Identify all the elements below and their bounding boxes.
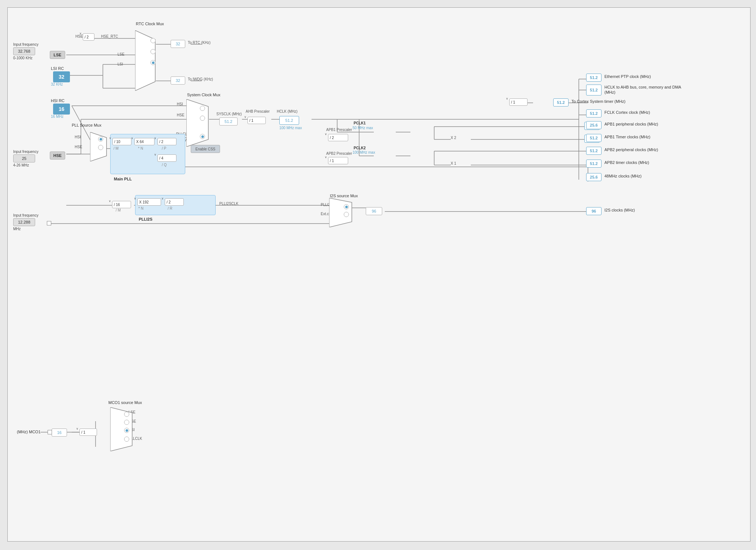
i2s-clk-box: 96	[586, 207, 602, 215]
mco1-radio-hse[interactable]	[124, 420, 129, 425]
apb2-label: APB2 Prescaler	[326, 151, 352, 156]
sysclk-val: 51.2	[219, 117, 238, 126]
main-pll-block: / 10 / 5 / 8 X 64 X 100 X 192 / 2 / 4 / …	[110, 134, 185, 174]
hclk-ahb-label: HCLK to AHB bus, core, memory and DMA (M…	[604, 85, 692, 95]
pll-src-hse-label: HSE	[75, 145, 82, 149]
pll-m-select[interactable]: / 10 / 5 / 8	[112, 138, 131, 145]
apb1-select[interactable]: / 2 / 1 / 4	[328, 134, 348, 141]
i2s-mux	[329, 198, 354, 227]
apb1-periph-box: 25.6	[586, 121, 602, 129]
i2s-radio-plli2s[interactable]	[344, 204, 349, 209]
lsi-rc-unit: 32 KHz	[51, 82, 68, 86]
plli2s-r-label: / R	[168, 206, 172, 210]
pll-src-radio-hse[interactable]	[98, 145, 103, 150]
ahb-label: AHB Prescaler	[246, 109, 270, 113]
rtc-to-iwdg-label: To IWDG (KHz)	[188, 77, 213, 81]
rtc-radio-lse[interactable]	[150, 49, 156, 54]
plli2s-m-select[interactable]: / 16 / 8	[112, 201, 131, 208]
system-mux	[186, 99, 210, 147]
fclk-label: FCLK Cortex clock (MHz)	[604, 110, 650, 115]
hse-rtc-div-select[interactable]: / 2 / 3 / 4	[83, 33, 94, 41]
eth-ptp-label: Ethernet PTP clock (MHz)	[604, 74, 651, 79]
pclk1-max: 50 MHz max	[353, 126, 373, 130]
plli2s-n-select[interactable]: X 192 X 100	[137, 198, 161, 206]
lse-source: LSE	[50, 51, 65, 59]
system-hse-label: HSE	[177, 113, 185, 117]
rtc-output-val: 32	[171, 40, 185, 48]
hse-freq-range: 4-26 MHz	[13, 163, 29, 167]
apb1-timer-x: X 2	[451, 136, 456, 140]
enable-css-btn[interactable]: Enable CSS	[191, 145, 220, 153]
clock-config-diagram: Input frequency 32.768 0-1000 KHz LSE LS…	[7, 7, 751, 542]
apb1-timer-label: APB1 Timer clocks (MHz)	[604, 135, 650, 139]
fclk-val: 51.2	[586, 109, 602, 117]
i2s-clk-label: I2S clocks (MHz)	[604, 208, 635, 212]
mco1-mux-title: MCO1 source Mux	[108, 400, 142, 405]
mco1-node	[48, 430, 52, 434]
apb2-select[interactable]: / 1 / 2 / 4	[328, 157, 348, 164]
apb1-timer-box: 51.2	[586, 134, 602, 142]
ext-freq-value[interactable]: 12.288	[13, 218, 35, 226]
rtc-radio-hse[interactable]	[150, 38, 156, 43]
ext-freq-range: MHz	[13, 227, 21, 231]
i2s-output-val: 96	[366, 207, 382, 215]
rtc-to-rtc-label: To RTC (KHz)	[188, 41, 211, 45]
hse-freq-label: Input frequency	[13, 150, 38, 154]
hse-source: HSE	[50, 151, 65, 160]
lse-input-group: Input frequency 32.768 0-1000 KHz	[13, 42, 38, 60]
lsi-mux-label: LSI	[118, 62, 123, 66]
hsi-rc-chip: 16	[53, 104, 70, 115]
cortex-timer-div-select[interactable]: / 1 / 8	[509, 98, 528, 106]
mco1-radio-lse[interactable]	[124, 412, 129, 417]
hsi-rc-unit: 16 MHz	[51, 115, 68, 119]
lsi-rc-label: LSI RC	[51, 66, 68, 71]
plli2sclk-label: PLLI2SCLK	[219, 202, 238, 206]
sys-radio-hsi[interactable]	[200, 106, 205, 111]
mco1-val: 16	[52, 429, 67, 437]
apb2-periph-box: 51.2	[586, 147, 602, 155]
cortex-timer-val: 51.2	[553, 98, 569, 106]
hclk-val: 51.2	[279, 116, 299, 125]
ahb-select[interactable]: / 1 / 2 / 4	[247, 117, 266, 124]
hsi-rc-label: HSI RC	[51, 98, 68, 103]
plli2s-m-label: / M	[116, 208, 121, 212]
i2s-radio-ext[interactable]	[344, 212, 349, 217]
lse-freq-label: Input frequency	[13, 42, 38, 46]
system-mux-title: System Clock Mux	[187, 93, 220, 97]
sysclk-label: SYSCLK (MHz)	[216, 112, 242, 116]
cortex-timer-label: To Cortex System timer (MHz)	[571, 99, 625, 104]
pll-m-label: / M	[113, 146, 119, 150]
hse-input-group: Input frequency 25 4-26 MHz	[13, 150, 38, 167]
mco1-radio-pll[interactable]	[124, 437, 129, 442]
sys-radio-pll[interactable]	[200, 134, 205, 139]
rtc-radio-lsi[interactable]	[150, 60, 156, 65]
pll-src-hsi-label: HSI	[75, 135, 81, 139]
apb2-periph-label: APB2 peripheral clocks (MHz)	[604, 147, 658, 152]
system-hsi-label: HSI	[177, 102, 183, 106]
hse-freq-value[interactable]: 25	[13, 154, 35, 162]
lsi-rc-chip: 32	[53, 71, 70, 82]
apb1-periph-label: APB1 peripheral clocks (MHz)	[604, 122, 658, 126]
pll-p-select[interactable]: / 2 / 4 / 6	[157, 138, 176, 145]
pll-q-select[interactable]: / 4 / 2 / 8	[157, 154, 176, 162]
plli2s-r-select[interactable]: / 2 / 4	[165, 198, 184, 206]
pll-n-select[interactable]: X 64 X 100 X 192	[134, 138, 154, 145]
lse-mux-label: LSE	[118, 52, 124, 56]
hsi-rc-group: HSI RC 16 16 MHz	[51, 98, 68, 118]
plli2s-label: PLLI2S	[139, 217, 152, 221]
eth-ptp-val: 51.2	[586, 74, 602, 82]
hclk-ahb-val: 51.2	[586, 85, 602, 96]
ext-input-group: Input frequency 12.288 MHz	[13, 213, 38, 231]
plli2s-n-label: * N	[138, 206, 144, 210]
sys-radio-hse[interactable]	[200, 116, 205, 121]
mco1-radio-hsi[interactable]	[124, 428, 129, 433]
hse-top-label: HSE	[75, 34, 83, 38]
mco1-mux	[110, 407, 134, 451]
pclk2-label: PCLK2	[354, 146, 366, 150]
lse-freq-value[interactable]: 32.768	[13, 47, 35, 55]
pll-src-radio-hsi[interactable]	[98, 136, 103, 142]
hclk-max: 100 MHz max	[279, 126, 302, 130]
pll-q-label: / Q	[162, 163, 167, 167]
apb2-timer-x: X 1	[451, 161, 456, 165]
mco1-div-select[interactable]: / 1 / 2 / 3	[79, 429, 97, 436]
